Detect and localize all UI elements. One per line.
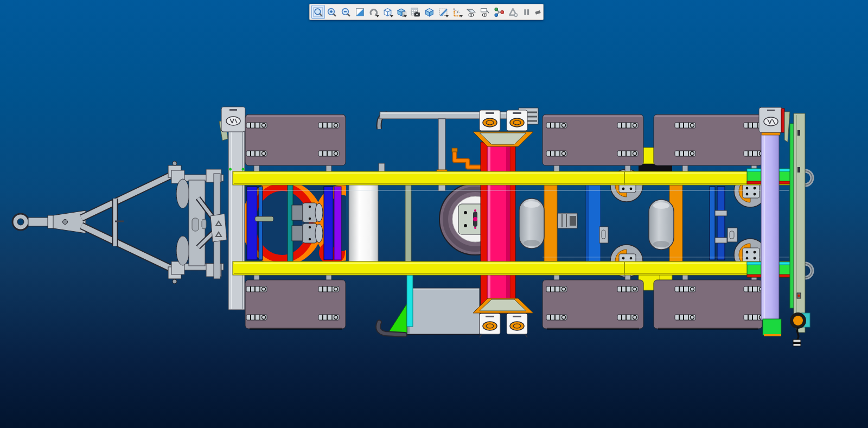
- zoom-in-button[interactable]: [326, 5, 339, 19]
- draft-warning-icon: [508, 7, 518, 17]
- fender-mid-bottom[interactable]: [542, 280, 643, 329]
- green-gusset[interactable]: [388, 304, 407, 333]
- mid-axle-bay[interactable]: [519, 169, 767, 277]
- purple-strip[interactable]: [334, 187, 341, 260]
- dropdown-arrow-icon: [445, 15, 449, 17]
- section-view-button[interactable]: [437, 5, 450, 19]
- sage-stiffener[interactable]: [405, 185, 411, 261]
- center-lift-mast[interactable]: [481, 139, 515, 313]
- deck-plate[interactable]: [407, 288, 480, 335]
- fender-front-top[interactable]: [245, 114, 346, 165]
- coordinate-axes-button[interactable]: x, y,: [450, 5, 464, 19]
- fender-rear-top[interactable]: [654, 114, 764, 165]
- fender-mid-top[interactable]: [542, 114, 643, 165]
- teal-stiffener[interactable]: [288, 185, 293, 261]
- front-bolster-cap[interactable]: [221, 107, 245, 132]
- cad-viewport: x, y,: [0, 0, 868, 428]
- hide-show-annotations-button[interactable]: [478, 5, 492, 19]
- rotate-view-button[interactable]: [367, 5, 381, 19]
- zoom-out-button[interactable]: [339, 5, 353, 19]
- shadow: [658, 328, 758, 330]
- landing-gear-bottom[interactable]: [473, 298, 533, 337]
- cyan-stiffener[interactable]: [407, 275, 413, 327]
- draft-warning-button[interactable]: [506, 5, 520, 19]
- steering-turntable-assembly[interactable]: [171, 120, 228, 279]
- air-tank-front[interactable]: [519, 199, 544, 248]
- lift-arm-orange[interactable]: [544, 185, 557, 261]
- hide-show-annotations-icon: [480, 7, 490, 17]
- rear-bumper-panel[interactable]: [790, 113, 810, 346]
- model-canvas[interactable]: [0, 0, 868, 428]
- hide-show-planes-icon: [466, 7, 476, 17]
- chassis-beam-lower[interactable]: [233, 261, 791, 275]
- air-tank-rear[interactable]: [649, 200, 674, 250]
- rear-d-ring-top[interactable]: [805, 171, 812, 185]
- chassis-beam-upper[interactable]: [233, 171, 791, 185]
- previous-view-icon: [355, 7, 365, 17]
- kinematic-joints-icon: [494, 7, 504, 17]
- clipped-edge-button[interactable]: [534, 5, 541, 19]
- suspension-bar-left[interactable]: [247, 187, 257, 260]
- view-toolbar: x, y,: [309, 4, 544, 20]
- dropdown-arrow-icon: [459, 15, 463, 17]
- pause-icon: [521, 7, 532, 17]
- wheel-hub-stack[interactable]: [292, 223, 323, 243]
- kinematic-joints-button[interactable]: [492, 5, 506, 19]
- shadow: [547, 328, 639, 330]
- standard-views-button[interactable]: [395, 5, 409, 19]
- rear-axle-bay[interactable]: [710, 187, 737, 260]
- shadow: [250, 328, 342, 330]
- image-capture-icon: [410, 7, 420, 17]
- rear-bolster-column[interactable]: [759, 107, 790, 336]
- dropdown-arrow-icon: [390, 15, 393, 17]
- pause-button[interactable]: [520, 5, 534, 19]
- svg-text:y,: y,: [457, 9, 460, 13]
- view-orientation-button[interactable]: [381, 5, 394, 19]
- svg-text:x,: x,: [453, 7, 456, 11]
- zoom-to-fit-icon: [313, 7, 323, 17]
- hide-show-planes-button[interactable]: [464, 5, 478, 19]
- orange-s-pipe[interactable]: [452, 148, 482, 167]
- image-capture-button[interactable]: [409, 5, 422, 19]
- suspension-bar-right[interactable]: [324, 187, 333, 260]
- display-style-button[interactable]: [423, 5, 436, 19]
- wheel-hub-stack[interactable]: [292, 203, 323, 222]
- zoom-to-fit-button[interactable]: [311, 5, 325, 19]
- zoom-in-icon: [327, 7, 337, 17]
- rear-green-box[interactable]: [763, 319, 781, 335]
- previous-view-button[interactable]: [353, 5, 367, 19]
- zoom-out-icon: [341, 7, 351, 17]
- hydraulic-white-cylinder[interactable]: [349, 183, 378, 262]
- dropdown-arrow-icon: [404, 15, 407, 17]
- fender-rear-bottom[interactable]: [654, 280, 764, 329]
- display-style-icon: [424, 7, 435, 17]
- drawbar-a-frame[interactable]: [12, 161, 181, 284]
- clipped-edge-icon: [534, 7, 541, 17]
- fender-front-bottom[interactable]: [245, 280, 346, 329]
- cable-reel-roller[interactable]: [792, 314, 805, 327]
- rear-d-ring-bottom[interactable]: [805, 264, 812, 278]
- dropdown-arrow-icon: [376, 15, 379, 17]
